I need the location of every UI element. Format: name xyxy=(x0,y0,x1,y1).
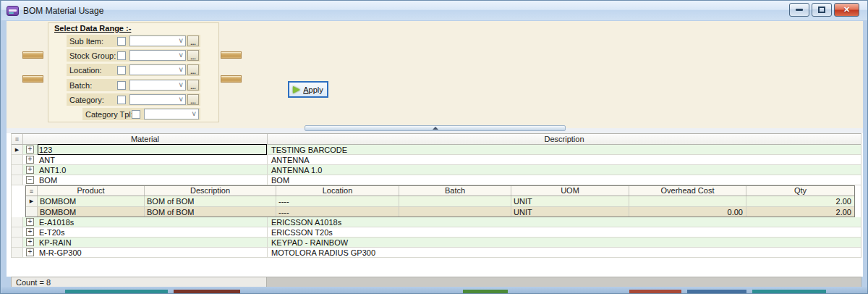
batch-label: Batch: xyxy=(69,81,117,90)
maximize-button[interactable] xyxy=(812,3,832,17)
expand-icon[interactable]: + xyxy=(26,238,34,246)
location-label: Location: xyxy=(69,66,117,75)
apply-button[interactable]: Apply xyxy=(288,81,328,98)
cell-description: KEYPAD - RAINBOW xyxy=(268,238,861,247)
expand-icon[interactable]: + xyxy=(26,218,34,226)
chevron-down-icon: ˅ xyxy=(179,39,183,43)
expand-icon[interactable]: + xyxy=(26,166,34,174)
category-tpl-checkbox[interactable] xyxy=(132,110,140,119)
sub-item-browse-button[interactable]: ... xyxy=(187,35,199,46)
app-icon xyxy=(7,6,19,16)
detail-row[interactable]: BOMBOM BOM of BOM ---- UNIT 0.00 2.00 xyxy=(26,206,854,217)
close-icon: ✕ xyxy=(843,6,850,14)
expand-icon[interactable]: + xyxy=(26,228,34,236)
window-bottom-border xyxy=(1,287,867,293)
cell-uom: UNIT xyxy=(511,196,629,206)
row-indicator-icon: ▶ xyxy=(12,145,23,154)
table-row[interactable]: +KP-RAIN KEYPAD - RAINBOW xyxy=(12,238,861,248)
column-header-batch[interactable]: Batch xyxy=(399,186,511,196)
cell-material: ANT1.0 xyxy=(39,166,66,175)
cell-material: ANT xyxy=(39,156,55,164)
detail-header-row: ≡ Product Description Location Batch UOM… xyxy=(26,186,854,196)
category-tpl-combobox[interactable]: ˅ xyxy=(144,109,199,119)
expand-icon[interactable]: + xyxy=(26,248,34,256)
field-row-batch: Batch: ˅ ... xyxy=(67,79,200,91)
location-combobox[interactable]: ˅ xyxy=(129,64,186,75)
chevron-up-icon xyxy=(433,127,438,130)
stock-group-label: Stock Group: xyxy=(69,51,117,60)
apply-label: Apply xyxy=(303,85,323,94)
column-header-location[interactable]: Location xyxy=(276,186,399,196)
location-browse-button[interactable]: ... xyxy=(187,64,199,75)
grid-options-icon[interactable]: ≡ xyxy=(26,186,38,196)
location-checkbox[interactable] xyxy=(117,66,126,75)
category-checkbox[interactable] xyxy=(117,96,126,104)
column-header-qty[interactable]: Qty xyxy=(746,186,854,196)
cell-description: ANTENNA 1.0 xyxy=(268,165,861,175)
decor-bar xyxy=(221,75,242,83)
field-row-category-tpl: Category Tpl: ˅ xyxy=(82,108,200,120)
category-combobox[interactable]: ˅ xyxy=(129,94,186,105)
column-header-product[interactable]: Product xyxy=(38,186,145,196)
column-header-overhead-cost[interactable]: Overhead Cost xyxy=(629,186,746,196)
maximize-icon xyxy=(818,7,825,13)
expand-icon[interactable]: + xyxy=(26,156,34,164)
cell-description: ERICSSON A1018s xyxy=(268,217,861,227)
table-row[interactable]: +E-A1018s ERICSSON A1018s xyxy=(12,217,861,227)
grid-header-row: ≡ Material Description xyxy=(12,134,861,145)
table-row[interactable]: +E-T20s ERICSSON T20s xyxy=(12,227,861,238)
field-row-stock-group: Stock Group: ˅ ... xyxy=(67,49,200,62)
table-row[interactable]: −BOM BOM xyxy=(12,175,861,185)
table-row[interactable]: ▶ +123 TESTING BARCODE xyxy=(12,145,861,155)
cell-product: BOMBOM xyxy=(38,196,145,206)
cell-product: BOMBOM xyxy=(38,207,145,217)
detail-row[interactable]: ▶ BOMBOM BOM of BOM ---- UNIT 2.00 xyxy=(26,196,854,206)
collapse-splitter[interactable] xyxy=(305,125,566,131)
stock-group-combobox[interactable]: ˅ xyxy=(129,50,186,61)
titlebar[interactable]: BOM Material Usage xyxy=(1,1,867,20)
column-header-description[interactable]: Description xyxy=(268,134,861,144)
cell-qty: 2.00 xyxy=(746,196,854,206)
column-header-uom[interactable]: UOM xyxy=(511,186,629,196)
cell-material: M-R-GP300 xyxy=(39,248,82,257)
batch-combobox[interactable]: ˅ xyxy=(129,80,186,91)
minimize-button[interactable] xyxy=(789,3,809,17)
sub-item-combobox[interactable]: ˅ xyxy=(129,35,186,46)
cell-uom: UNIT xyxy=(511,207,629,217)
cell-batch xyxy=(399,196,511,206)
sub-item-checkbox[interactable] xyxy=(117,37,126,46)
cell-qty: 2.00 xyxy=(746,207,854,217)
cell-material: KP-RAIN xyxy=(39,238,72,247)
stock-group-checkbox[interactable] xyxy=(117,51,126,60)
focused-cell-ring xyxy=(38,144,267,155)
row-indicator-icon: ▶ xyxy=(26,196,38,206)
collapse-icon[interactable]: − xyxy=(26,176,34,184)
grid-options-icon[interactable]: ≡ xyxy=(12,134,23,144)
table-row[interactable]: +ANT ANTENNA xyxy=(12,155,861,165)
cell-location: ---- xyxy=(276,196,399,206)
column-header-description[interactable]: Description xyxy=(145,186,276,196)
batch-browse-button[interactable]: ... xyxy=(187,80,199,91)
play-icon xyxy=(293,86,300,93)
table-row[interactable]: +M-R-GP300 MOTOLORA RADIUS GP300 xyxy=(12,248,861,258)
category-label: Category: xyxy=(69,96,117,104)
decor-bar xyxy=(22,75,43,83)
cell-overhead-cost xyxy=(629,196,746,206)
table-row[interactable]: +ANT1.0 ANTENNA 1.0 xyxy=(12,165,861,175)
decor-bar xyxy=(22,51,43,59)
cell-overhead-cost: 0.00 xyxy=(629,207,746,217)
cell-material: E-A1018s xyxy=(39,218,74,227)
stock-group-browse-button[interactable]: ... xyxy=(187,50,199,61)
column-header-material[interactable]: Material xyxy=(23,134,268,144)
batch-checkbox[interactable] xyxy=(117,81,126,90)
grid-area: ≡ Material Description ▶ +123 TESTING BA… xyxy=(7,133,863,277)
chevron-down-icon: ˅ xyxy=(179,54,183,58)
close-button[interactable]: ✕ xyxy=(834,3,859,17)
cell-material: 123 xyxy=(39,146,52,154)
cell-description: TESTING BARCODE xyxy=(268,145,861,154)
expand-icon[interactable]: + xyxy=(26,146,34,154)
bom-detail-grid: ≡ Product Description Location Batch UOM… xyxy=(25,185,855,217)
window-title: BOM Material Usage xyxy=(23,6,103,16)
category-browse-button[interactable]: ... xyxy=(187,94,199,105)
category-tpl-label: Category Tpl: xyxy=(85,110,132,119)
